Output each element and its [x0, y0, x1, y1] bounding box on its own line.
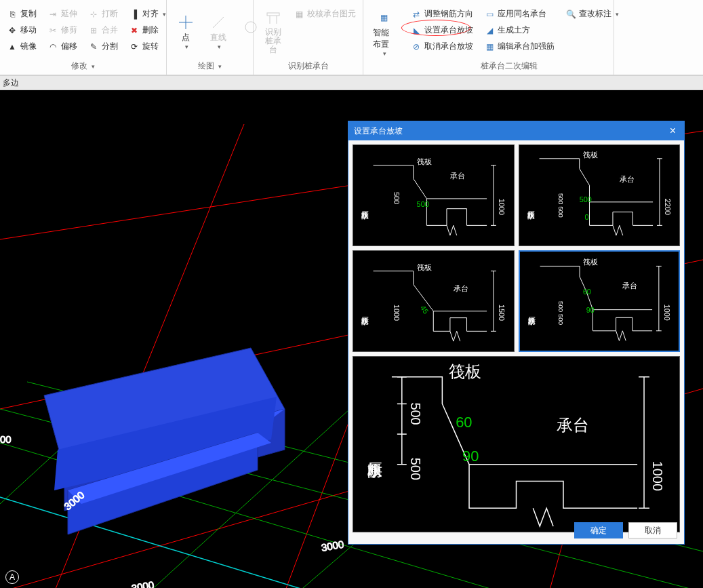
slope-option-1[interactable]: 防水板厚 筏板 承台 500 500 1000 [353, 144, 515, 246]
merge-icon: ⊞ [88, 25, 99, 36]
chevron-down-icon: ▾ [92, 63, 95, 70]
earth-icon: ◢ [484, 25, 495, 36]
edit-reinforce-button[interactable]: ▦编辑承台加强筋 [481, 39, 557, 54]
mirror-icon: ▲ [7, 41, 18, 52]
cancel-slope-button[interactable]: ⊘取消承台放坡 [408, 39, 476, 54]
svg-text:500 500: 500 500 [557, 193, 564, 218]
sub-toolbar: 多边 [0, 75, 703, 90]
axis-badge-a: A [5, 570, 19, 584]
break-button[interactable]: ⊹打断 [85, 7, 121, 22]
svg-text:500: 500 [408, 402, 423, 425]
svg-text:90: 90 [586, 306, 594, 314]
slope-option-3[interactable]: 防水板厚 筏板 承台 1000 45 1500 [353, 250, 515, 352]
offset-icon: ◠ [47, 41, 58, 52]
svg-text:1500: 1500 [498, 305, 506, 321]
svg-text:承台: 承台 [557, 416, 589, 434]
extend-button[interactable]: ⇥延伸 [45, 7, 80, 22]
svg-text:筏板: 筏板 [449, 362, 481, 380]
delete-button[interactable]: ✖删除 [126, 23, 169, 38]
ribbon: ⎘复制 ✥移动 ▲镜像 ⇥延伸 ✂修剪 ◠偏移 ⊹打断 ⊞合并 ✎分割 ▐对齐▾… [0, 0, 703, 75]
cancel-button[interactable]: 取消 [628, 522, 677, 538]
group-title-draw: 绘图 ▾ [167, 59, 253, 75]
svg-text:防水板厚: 防水板厚 [361, 317, 369, 326]
slope-option-2[interactable]: 防水板厚 筏板 承台 500 500 500 0 2200 [519, 144, 681, 246]
chevron-down-icon: ▾ [616, 11, 619, 18]
svg-text:承台: 承台 [454, 284, 468, 292]
delete-icon: ✖ [129, 25, 140, 36]
reinforce-icon: ▦ [484, 41, 495, 52]
extend-icon: ⇥ [47, 9, 58, 20]
split-button[interactable]: ✎分割 [85, 39, 121, 54]
recognize-button[interactable]: 识别 桩承台 [258, 6, 288, 54]
make-earth-button[interactable]: ◢生成土方 [481, 23, 557, 38]
mirror-button[interactable]: ▲镜像 [4, 39, 39, 54]
smart-icon: ▦ [374, 8, 393, 27]
svg-text:筏板: 筏板 [582, 258, 597, 266]
split-icon: ✎ [88, 41, 99, 52]
offset-button[interactable]: ◠偏移 [45, 39, 80, 54]
rotate-icon: ⟳ [129, 41, 140, 52]
svg-text:500: 500 [408, 458, 423, 480]
copy-icon: ⎘ [7, 9, 18, 20]
point-button[interactable]: 点 ▾ [171, 10, 201, 50]
svg-text:500: 500 [393, 192, 401, 204]
svg-text:筏板: 筏板 [417, 263, 432, 271]
ribbon-group-modify: ⎘复制 ✥移动 ▲镜像 ⇥延伸 ✂修剪 ◠偏移 ⊹打断 ⊞合并 ✎分割 ▐对齐▾… [0, 0, 167, 75]
svg-text:00: 00 [0, 433, 12, 445]
ribbon-group-edit2: ⇄调整钢筋方向 ◣设置承台放坡 ⊘取消承台放坡 ▭应用同名承台 ◢生成土方 ▦编… [404, 0, 614, 75]
svg-text:筏板: 筏板 [582, 151, 597, 159]
svg-text:1000: 1000 [393, 305, 401, 321]
svg-text:防水板厚: 防水板厚 [527, 317, 535, 326]
svg-text:防水板厚: 防水板厚 [526, 211, 534, 220]
svg-text:1000: 1000 [498, 199, 506, 215]
chevron-down-icon: ▾ [218, 63, 222, 70]
svg-rect-4 [267, 13, 279, 16]
trim-button[interactable]: ✂修剪 [45, 23, 80, 38]
svg-line-2 [213, 17, 224, 28]
svg-text:0: 0 [584, 213, 588, 221]
svg-text:3000: 3000 [321, 538, 345, 553]
adjust-rebar-button[interactable]: ⇄调整钢筋方向 [408, 7, 476, 22]
anno-icon: 🔍 [565, 9, 576, 20]
chevron-down-icon: ▾ [218, 43, 221, 50]
svg-text:3000: 3000 [131, 579, 155, 588]
line-icon [209, 13, 228, 32]
check-cap-button[interactable]: ▦校核承台图元 [291, 7, 359, 22]
svg-text:防水板厚: 防水板厚 [367, 463, 383, 478]
svg-text:承台: 承台 [622, 281, 637, 290]
check-icon: ▦ [294, 9, 304, 20]
align-icon: ▐ [129, 9, 140, 20]
group-title-modify: 修改 ▾ [0, 59, 166, 75]
svg-text:筏板: 筏板 [417, 157, 432, 165]
merge-button[interactable]: ⊞合并 [85, 23, 121, 38]
set-slope-button[interactable]: ◣设置承台放坡 [408, 23, 476, 38]
copy-button[interactable]: ⎘复制 [4, 7, 39, 22]
change-anno-button[interactable]: 🔍查改标注▾ [563, 7, 622, 22]
slope-preview: 防水板厚 筏板 承台 500 500 60 90 1000 [353, 356, 680, 532]
ribbon-group-recognize: 识别 桩承台 ▦校核承台图元 识别桩承台 [254, 0, 363, 75]
svg-text:500 500: 500 500 [557, 301, 565, 326]
svg-text:2200: 2200 [663, 199, 671, 215]
svg-text:60: 60 [582, 288, 590, 296]
cancel-slope-icon: ⊘ [411, 41, 422, 52]
svg-text:90: 90 [462, 448, 479, 465]
apply-icon: ▭ [484, 9, 495, 20]
close-icon[interactable]: × [667, 121, 679, 140]
chevron-down-icon: ▾ [185, 43, 188, 50]
apply-same-button[interactable]: ▭应用同名承台 [481, 7, 557, 22]
line-button[interactable]: 直线 ▾ [203, 10, 233, 50]
slope-dialog: 设置承台放坡 × 防水板厚 筏板 承台 500 500 1000 [348, 121, 685, 545]
group-title-edit2: 桩承台二次编辑 [404, 59, 614, 75]
svg-text:45: 45 [419, 304, 430, 315]
smart-layout-button[interactable]: ▦ 智能布置 ▾ [367, 5, 400, 57]
dialog-titlebar[interactable]: 设置承台放坡 × [348, 121, 684, 140]
svg-text:1000: 1000 [650, 461, 665, 491]
slope-option-4[interactable]: 防水板厚 筏板 承台 500 500 60 90 1000 [519, 250, 681, 352]
ok-button[interactable]: 确定 [574, 522, 623, 538]
svg-text:承台: 承台 [450, 172, 465, 180]
align-button[interactable]: ▐对齐▾ [126, 7, 169, 22]
rotate-button[interactable]: ⟳旋转 [126, 39, 169, 54]
svg-text:500: 500 [579, 195, 591, 203]
rebar-icon: ⇄ [411, 9, 422, 20]
move-button[interactable]: ✥移动 [4, 23, 39, 38]
